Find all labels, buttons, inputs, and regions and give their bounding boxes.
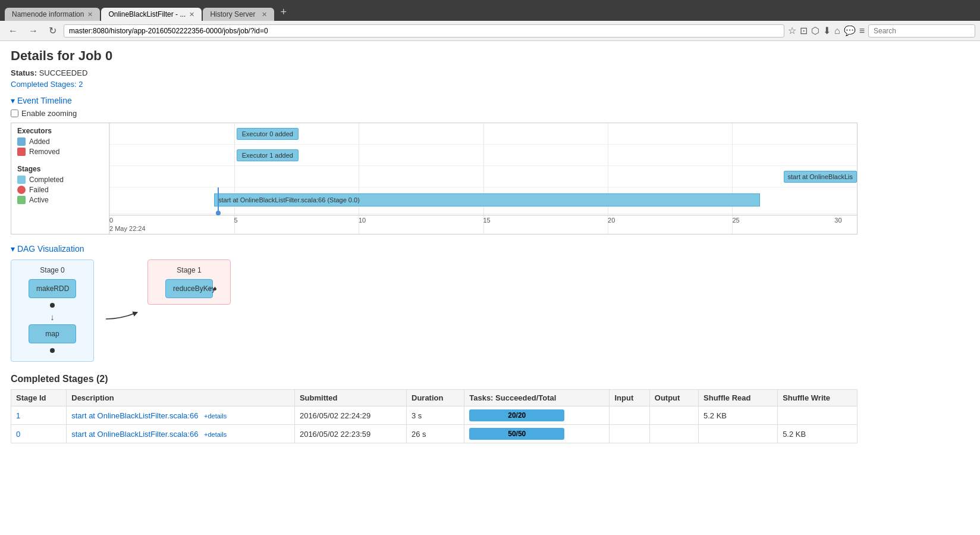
col-shuffle-write: Shuffle Write (778, 390, 857, 406)
table-header-row: Stage Id Description Submitted Duration … (11, 390, 857, 406)
dag-stages: Stage 0 makeRDD ↓ map (11, 259, 857, 362)
cell-shuffle-read-0: 5.2 KB (699, 406, 778, 425)
screenshot-icon[interactable]: ⊡ (800, 25, 808, 36)
dag-node-map: map (29, 324, 76, 343)
completed-stages-link[interactable]: Completed Stages: 2 (11, 80, 83, 89)
details-link-0[interactable]: +details (204, 412, 227, 420)
completed-stages-label: Completed Stages: (11, 80, 77, 89)
cell-input-0 (610, 406, 649, 425)
tab-namenode[interactable]: Namenode information ✕ (5, 8, 100, 21)
event-timeline-header[interactable]: ▾ Event Timeline (11, 96, 857, 105)
col-stage-id: Stage Id (11, 390, 67, 406)
enable-zoom-label: Enable zooming (21, 109, 77, 118)
toolbar-icons: ☆ ⊡ ⬡ ⬇ ⌂ 💬 ≡ (788, 25, 865, 36)
tab-namenode-label: Namenode information (12, 10, 84, 18)
axis-label-25: 25 (732, 217, 739, 224)
status-line: Status: SUCCEEDED (11, 68, 857, 77)
details-link-1[interactable]: +details (204, 431, 227, 438)
dag-connection-svg (106, 283, 136, 343)
cell-output-1 (649, 425, 698, 443)
tab-namenode-close[interactable]: ✕ (87, 11, 93, 18)
chat-icon[interactable]: 💬 (844, 25, 856, 36)
dag-dot-1 (50, 348, 55, 353)
description-link-1[interactable]: start at OnlineBlackListFilter.scala:66 (71, 430, 198, 439)
dag-stage-0-nodes: makeRDD ↓ map (17, 279, 87, 355)
tab-online-close[interactable]: ✕ (189, 11, 194, 18)
executor-0-badge: Executor 0 added (237, 128, 299, 140)
stages-table: Stage Id Description Submitted Duration … (11, 389, 857, 443)
download-icon[interactable]: ⬇ (823, 25, 831, 36)
forward-button[interactable]: → (25, 24, 42, 37)
stage-id-link-1[interactable]: 0 (16, 430, 20, 439)
back-button[interactable]: ← (5, 24, 21, 37)
home-icon[interactable]: ⌂ (834, 26, 840, 36)
stage-label-right: start at OnlineBlackLis (784, 171, 857, 183)
dag-header[interactable]: ▾ DAG Visualization (11, 244, 857, 254)
col-submitted: Submitted (294, 390, 406, 406)
tab-history[interactable]: History Server ✕ (203, 8, 274, 21)
cell-shuffle-write-0 (778, 406, 857, 425)
active-legend-label: Active (29, 196, 49, 204)
pocket-icon[interactable]: ⬡ (811, 25, 819, 36)
event-timeline-label: ▾ Event Timeline (11, 96, 72, 105)
col-input: Input (610, 390, 649, 406)
executor-row-1: Executor 1 added (109, 145, 857, 166)
cell-output-0 (649, 406, 698, 425)
dag-node-makerdd: makeRDD (29, 279, 76, 298)
timeline-container: Executors Added Removed Stages Completed (11, 123, 857, 234)
enable-zoom-row: Enable zooming (11, 109, 857, 118)
stages-legend-title: Stages (17, 165, 103, 173)
completed-color-swatch (17, 176, 26, 184)
cell-shuffle-write-1: 5.2 KB (778, 425, 857, 443)
removed-legend-label: Removed (29, 148, 59, 156)
cell-shuffle-read-1 (699, 425, 778, 443)
cell-tasks-1: 50/50 (464, 425, 610, 443)
col-output: Output (649, 390, 698, 406)
axis-label-0: 0 (109, 217, 113, 224)
col-tasks: Tasks: Succeeded/Total (464, 390, 610, 406)
active-color-swatch (17, 196, 26, 204)
executor-1-badge: Executor 1 added (237, 149, 299, 161)
cell-tasks-0: 20/20 (464, 406, 610, 425)
enable-zoom-checkbox[interactable] (11, 109, 18, 117)
cell-duration-1: 26 s (407, 425, 464, 443)
dag-stage-1: Stage 1 reduceByKey →● (147, 259, 231, 305)
cell-stage-id-1: 0 (11, 425, 67, 443)
cell-description-1: start at OnlineBlackListFilter.scala:66 … (67, 425, 295, 443)
reload-button[interactable]: ↻ (45, 24, 60, 37)
tab-online[interactable]: OnlineBlackListFilter - ... ✕ (101, 8, 202, 21)
executors-legend: Executors Added Removed (11, 123, 109, 161)
timeline-legend: Executors Added Removed Stages Completed (11, 123, 109, 234)
added-legend-item: Added (17, 137, 103, 146)
cell-input-1 (610, 425, 649, 443)
page-title: Details for Job 0 (11, 48, 857, 64)
axis-date: 2 May 22:24 (109, 225, 146, 232)
tab-history-close[interactable]: ✕ (262, 11, 267, 18)
page-content: Details for Job 0 Status: SUCCEEDED Comp… (0, 41, 868, 450)
cell-submitted-1: 2016/05/02 22:23:59 (294, 425, 406, 443)
failed-color-swatch (17, 186, 26, 194)
completed-legend-label: Completed (29, 176, 64, 184)
progress-label-1: 50/50 (508, 430, 526, 438)
axis-label-10: 10 (359, 217, 366, 224)
timeline-marker (218, 187, 219, 213)
axis-label-30: 30 (834, 217, 841, 224)
completed-stages-line: Completed Stages: 2 (11, 80, 857, 89)
status-label: Status: (11, 68, 37, 77)
search-input[interactable] (868, 24, 975, 37)
dag-node-reduceby: reduceByKey →● (165, 279, 213, 298)
menu-icon[interactable]: ≡ (859, 26, 865, 36)
new-tab-button[interactable]: + (275, 4, 291, 21)
axis-label-5: 5 (234, 217, 238, 224)
stage-row-label: start at OnlineBlackLis (109, 166, 857, 187)
address-bar-input[interactable] (64, 24, 784, 37)
progress-bar-0: 20/20 (469, 409, 564, 421)
dag-stage-0: Stage 0 makeRDD ↓ map (11, 259, 94, 362)
cell-stage-id-0: 1 (11, 406, 67, 425)
executors-legend-title: Executors (17, 127, 103, 135)
cell-description-0: start at OnlineBlackListFilter.scala:66 … (67, 406, 295, 425)
bookmark-star-icon[interactable]: ☆ (788, 25, 796, 36)
dag-stage-0-title: Stage 0 (17, 266, 87, 274)
description-link-0[interactable]: start at OnlineBlackListFilter.scala:66 (71, 411, 198, 420)
stage-id-link-0[interactable]: 1 (16, 411, 20, 420)
